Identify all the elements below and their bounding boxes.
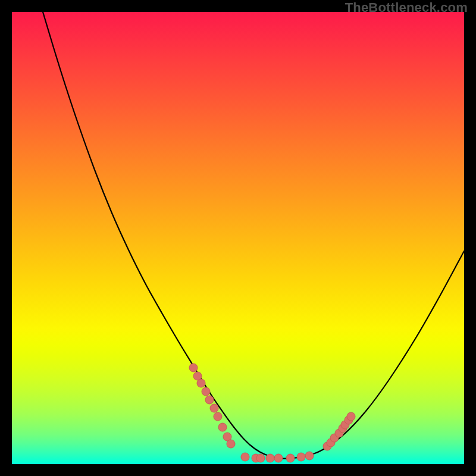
watermark-text: TheBottleneck.com — [345, 0, 468, 15]
data-point — [347, 412, 355, 421]
data-point — [297, 453, 305, 461]
chart-frame: TheBottleneck.com — [0, 0, 476, 476]
data-point — [305, 452, 314, 460]
bottleneck-curve — [43, 12, 464, 459]
curve-markers — [189, 364, 355, 462]
data-point — [266, 454, 274, 462]
data-point — [227, 440, 235, 448]
data-point — [202, 387, 210, 396]
data-point — [189, 364, 198, 372]
data-point — [197, 379, 205, 387]
data-point — [214, 412, 222, 421]
data-point — [241, 453, 249, 461]
curve-layer — [12, 12, 464, 464]
data-point — [286, 454, 295, 462]
data-point — [256, 454, 265, 462]
data-point — [210, 404, 218, 412]
data-point — [218, 423, 227, 431]
data-point — [205, 396, 214, 404]
plot-area — [12, 12, 464, 464]
data-point — [274, 454, 283, 462]
